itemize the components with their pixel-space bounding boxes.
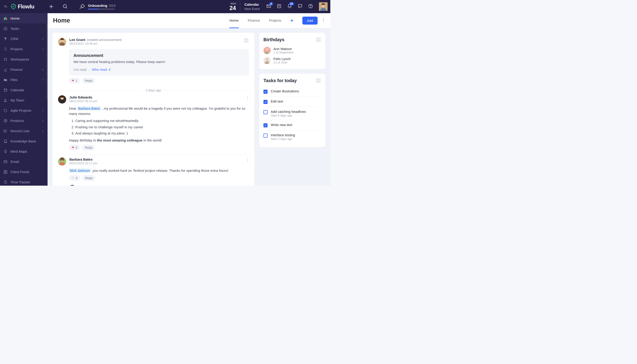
feed-post: Julie Edwards 08/21/2022 05:10 pm Dear B… (58, 95, 249, 154)
add-button[interactable]: Add (302, 16, 318, 24)
svg-point-27 (4, 130, 4, 130)
author-name[interactable]: Barbara Bates (70, 158, 92, 161)
calendar-widget[interactable]: Calendar New Event (244, 2, 260, 11)
funnel-icon (3, 37, 8, 41)
cal-icon (3, 88, 8, 92)
main-area: Home Home Finance Projects + Add (48, 13, 330, 186)
post-body: Dear Barbara Bates , my professional lif… (69, 106, 249, 143)
drag-handle-icon[interactable] (316, 37, 321, 42)
reply-thread: Nick Jackson 08/21/2022 02:26 pm (69, 185, 249, 186)
sidebar-item-tasks[interactable]: Tasks (0, 24, 48, 34)
avatar[interactable] (69, 185, 76, 186)
announcement-box: Announcement We have central heating pro… (69, 49, 249, 76)
checkbox[interactable] (264, 123, 268, 128)
author-name[interactable]: Julie Edwards (70, 95, 92, 99)
svg-point-48 (247, 160, 248, 160)
bell-icon[interactable]: 22 (287, 4, 292, 10)
home-icon (3, 16, 8, 21)
sidebar-item-files[interactable]: Files (0, 74, 48, 85)
help-icon[interactable] (308, 4, 313, 10)
page-menu-icon[interactable] (322, 17, 325, 24)
ive-read-label[interactable]: I've read (74, 68, 86, 72)
calendar-subtitle: New Event (244, 7, 260, 11)
svg-point-38 (323, 20, 324, 21)
search-icon[interactable] (62, 4, 68, 9)
like-button[interactable]: ♡4 (69, 175, 80, 181)
date-widget[interactable]: Wed 24 (229, 2, 236, 11)
birthday-row[interactable]: Felix Lynch21 of June (264, 56, 321, 66)
note-icon[interactable] (277, 4, 282, 10)
task-label: Interface testing (271, 133, 295, 137)
sidebar-item-products[interactable]: Products (0, 116, 48, 126)
sidebar-item-record-lists[interactable]: Record Lists (0, 126, 48, 136)
sidebar-item-client-portal[interactable]: Client Portal (0, 167, 48, 177)
svg-point-16 (4, 60, 5, 61)
task-row[interactable]: Edit text (264, 96, 321, 107)
avatar[interactable] (58, 38, 66, 46)
user-avatar[interactable] (319, 2, 328, 11)
sidebar-item-finance[interactable]: Finance (0, 64, 48, 74)
sidebar-item-email[interactable]: Email (0, 156, 48, 167)
chevron-right-icon (41, 109, 44, 112)
tab-projects[interactable]: Projects (269, 13, 281, 28)
task-row[interactable]: Create illustrations (264, 86, 321, 96)
reply-button[interactable]: Reply (82, 175, 95, 181)
announcement-title: Announcement (74, 53, 244, 58)
sidebar-item-mind-maps[interactable]: Mind Maps (0, 146, 48, 156)
logo[interactable]: Flowlu (10, 4, 34, 10)
checkbox[interactable] (264, 90, 268, 94)
page-title: Home (53, 17, 70, 24)
who-read-link[interactable]: Who read: 4 (92, 68, 110, 72)
avatar[interactable] (58, 95, 66, 104)
svg-point-15 (6, 58, 7, 59)
svg-point-17 (6, 60, 7, 61)
date-dow: Wed (229, 2, 236, 5)
add-icon[interactable] (48, 4, 54, 9)
onboarding-widget[interactable]: Onboarding 5/13 (79, 4, 115, 10)
birthday-row[interactable]: Ann Watson1 of September (264, 46, 321, 56)
sidebar-item-crm[interactable]: CRM (0, 34, 48, 44)
person-name: Felix Lynch (274, 57, 290, 61)
mention-link[interactable]: Barbara Bates (77, 106, 101, 110)
drag-handle-icon[interactable] (244, 38, 249, 43)
tab-finance[interactable]: Finance (248, 13, 260, 28)
sidebar-item-knowledge-base[interactable]: Knowledge Base (0, 136, 48, 146)
sidebar-item-time-tracker[interactable]: Time Tracker (0, 177, 48, 186)
sidebar-item-workspaces[interactable]: Workspaces (0, 54, 48, 64)
sidebar-item-projects[interactable]: Projects (0, 44, 48, 54)
svg-point-11 (310, 7, 311, 7)
mention-link[interactable]: Nick Jackson (69, 168, 91, 173)
post-time: 08/23/2022 10:39 am (70, 42, 240, 45)
task-row[interactable]: Write new text (264, 120, 321, 130)
sidebar-item-my-team[interactable]: My Team (0, 95, 48, 105)
avatar[interactable] (58, 158, 66, 166)
reply-button[interactable]: Reply (82, 145, 95, 150)
sidebar-item-calendar[interactable]: Calendar (0, 85, 48, 95)
drag-handle-icon[interactable] (316, 78, 321, 83)
svg-point-39 (323, 22, 324, 22)
checkbox[interactable] (264, 134, 268, 138)
task-row[interactable]: Add catching headlinesStart 6 days ago (264, 107, 321, 120)
checkbox[interactable] (264, 100, 268, 104)
post-menu-icon[interactable] (246, 158, 249, 166)
mail-icon[interactable]: 6 (266, 4, 271, 10)
checkbox[interactable] (264, 110, 268, 114)
like-button[interactable]: ❤4 (69, 145, 80, 150)
author-name[interactable]: Lee Grant (70, 38, 85, 42)
tab-home[interactable]: Home (230, 13, 239, 28)
sidebar-item-agile-projects[interactable]: Agile Projects (0, 105, 48, 116)
sidebar-item-home[interactable]: Home (0, 13, 48, 24)
chat-icon[interactable] (298, 4, 302, 10)
task-row[interactable]: Interface testingStart 3 days ago (264, 130, 321, 143)
author-name[interactable]: Nick Jackson (78, 185, 100, 186)
reply-button[interactable]: Reply (82, 78, 95, 84)
post-menu-icon[interactable] (246, 95, 249, 104)
chevron-right-icon (41, 68, 44, 71)
svg-point-23 (6, 99, 6, 100)
chevron-right-icon (41, 130, 44, 133)
menu-toggle-icon[interactable] (2, 3, 9, 10)
box-icon (3, 118, 8, 123)
tab-add-icon[interactable]: + (290, 13, 293, 28)
like-button[interactable]: ❤1 (69, 78, 80, 84)
feed-card: Lee Grant created announcement 08/23/202… (52, 33, 254, 186)
